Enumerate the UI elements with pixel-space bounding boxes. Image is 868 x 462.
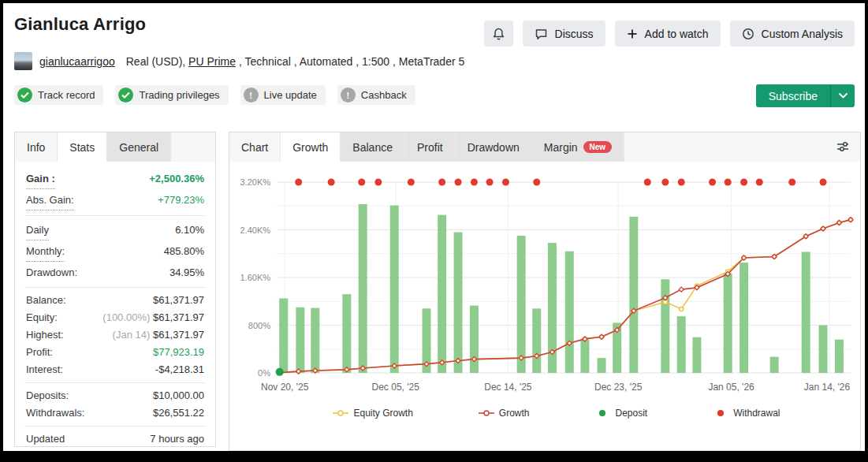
check-circle-icon [118,88,133,102]
notifications-button[interactable] [484,20,513,47]
page-title: Gianluca Arrigo [14,14,146,35]
verification-badges: Track recordTrading privileges!Live upda… [14,85,415,105]
tab-info[interactable]: Info [15,132,58,162]
chart-tab-profit[interactable]: Profit [405,132,456,162]
stat-row-gain: Gain :+2,500.36% [26,170,204,189]
stat-label[interactable]: Abs. Gain: [26,191,74,211]
screenshot-frame: Gianluca Arrigo DiscussAdd to watchCusto… [0,0,868,462]
stat-label: Interest: [26,362,63,378]
tab-label: Info [27,141,45,154]
legend-growth[interactable]: Growth [479,408,530,419]
exclamation-circle-icon: ! [244,88,259,102]
stat-label: Balance: [26,292,66,308]
legend-label: Equity Growth [353,408,412,419]
custom-analysis-button-label: Custom Analysis [762,28,843,40]
tab-label: General [119,141,158,154]
deposit-marker-icon [594,409,610,417]
chart-tab-chart[interactable]: Chart [229,132,281,162]
chart-tab-balance[interactable]: Balance [341,132,405,162]
stat-label: Deposits: [26,388,69,404]
account-page: Gianluca Arrigo DiscussAdd to watchCusto… [3,3,865,451]
stat-value: 20 [193,449,204,451]
account-meta: Real (USD), PU Prime , Technical , Autom… [126,55,465,68]
divider [24,426,206,427]
badge-live-update[interactable]: !Live update [240,85,326,105]
stat-label: Highest: [26,327,64,343]
withdrawal-marker-icon [713,409,728,417]
username-link[interactable]: gianlucaarrigoo [39,55,115,68]
legend-label: Growth [499,408,530,419]
stat-label: Withdrawals: [26,405,84,421]
stat-row-daily: Daily6.10% [26,221,204,240]
badge-label: Track record [38,89,95,101]
stats-tabs: InfoStatsGeneral [15,132,215,162]
tab-label: Stats [69,141,95,154]
stat-row-profit: Profit:$77,923.19 [26,345,204,360]
chart-tab-growth[interactable]: Growth [281,132,341,162]
stat-label: Updated [26,431,65,447]
tab-label: Growth [292,141,328,154]
chart-tab-margin[interactable]: MarginNew [532,132,624,162]
equity-growth-marker-icon [333,409,348,417]
stat-row-tracking: Tracking20 [26,449,204,451]
header-actions: DiscussAdd to watchCustom Analysis [484,20,855,47]
new-badge: New [583,141,613,153]
chart-legend: Equity GrowthGrowthDepositWithdrawal [229,406,860,419]
broker-link[interactable]: PU Prime [188,55,236,68]
legend-withdrawal[interactable]: Withdrawal [713,408,780,419]
legend-label: Deposit [615,408,647,419]
avatar [14,52,32,70]
stat-label[interactable]: Monthly: [26,242,65,262]
svg-text:Jan 05, '26: Jan 05, '26 [708,382,754,393]
divider [24,287,206,288]
tab-label: Margin [544,141,578,154]
stat-value: +2,500.36% [149,170,204,188]
stat-value-prefix: (100.00%) [102,311,153,323]
badge-label: Cashback [361,89,407,101]
bell-icon [492,27,505,41]
chart-panel: ChartGrowthBalanceProfitDrawdownMarginNe… [229,132,861,451]
svg-text:Jan 14, '26: Jan 14, '26 [804,382,851,393]
legend-deposit[interactable]: Deposit [594,408,647,419]
custom-analysis-button[interactable]: Custom Analysis [730,20,855,47]
svg-text:2.40K%: 2.40K% [240,225,270,235]
stat-row-monthly: Monthly:485.80% [26,242,204,262]
subscribe-chevron-down-icon[interactable] [830,84,855,107]
tab-stats[interactable]: Stats [58,132,107,162]
chart-tab-drawdown[interactable]: Drawdown [456,132,532,162]
stat-value: $26,551.22 [153,405,204,421]
chart-settings-icon[interactable] [835,139,851,158]
stat-row-withdrawals: Withdrawals:$26,551.22 [26,405,204,421]
tab-label: Profit [417,141,443,154]
tab-general[interactable]: General [107,132,171,162]
svg-text:1.60K%: 1.60K% [240,273,270,282]
stat-label[interactable]: Gain : [26,170,55,189]
account-meta-post: , Technical , Automated , 1:500 , MetaTr… [236,55,464,68]
discuss-button[interactable]: Discuss [523,20,605,47]
chart-tabs: ChartGrowthBalanceProfitDrawdownMarginNe… [229,132,860,162]
check-circle-icon [17,88,32,102]
stat-label[interactable]: Daily [26,221,49,240]
subscribe-button[interactable]: Subscribe [756,84,855,107]
badge-track-record[interactable]: Track record [14,85,103,105]
stat-row-highest: Highest:(Jan 14) $61,371.97 [26,327,204,343]
stat-row-updated: Updated7 hours ago [26,431,204,447]
stat-label: Profit: [26,345,53,360]
stats-panel: InfoStatsGeneral Gain :+2,500.36%Abs. Ga… [14,132,216,447]
discuss-button-label: Discuss [555,28,594,40]
stat-row-drawdown: Drawdown:34.95% [26,263,204,282]
badge-trading-privileges[interactable]: Trading privileges [115,85,228,105]
chart-area: 0%800%1.60K%2.40K%3.20K%Nov 20, '25Dec 0… [229,162,860,406]
badge-label: Trading privileges [139,89,219,101]
divider [24,382,206,383]
legend-equity-growth[interactable]: Equity Growth [333,408,412,419]
stat-value: (100.00%) $61,371.97 [102,310,204,326]
add-to-watch-button[interactable]: Add to watch [615,20,721,47]
badge-label: Live update [264,89,317,101]
stat-value: 7 hours ago [150,431,204,447]
badge-cashback[interactable]: !Cashback [337,85,415,105]
tab-label: Balance [352,141,393,154]
stat-label: Equity: [26,310,58,326]
subscribe-label: Subscribe [756,84,830,107]
stat-value: -$4,218.31 [155,362,204,378]
